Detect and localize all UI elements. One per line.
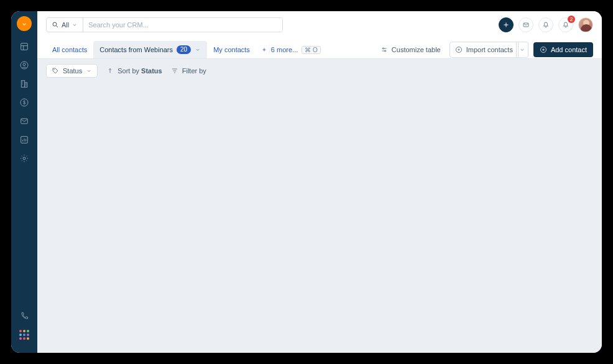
content-area <box>37 83 602 353</box>
user-avatar[interactable] <box>578 17 593 32</box>
layout-icon <box>19 42 29 52</box>
main-area: All 2 <box>37 11 602 353</box>
sort-button[interactable]: Sort by Status <box>106 67 162 75</box>
svg-point-11 <box>382 48 384 49</box>
chevron-down-icon <box>519 47 525 53</box>
status-group-button[interactable]: Status <box>46 64 98 78</box>
bell-icon <box>542 21 550 29</box>
search-icon <box>52 21 59 29</box>
svg-point-12 <box>384 50 385 52</box>
user-circle-icon <box>19 60 29 70</box>
mail-button[interactable] <box>519 17 533 32</box>
plus-icon <box>502 21 510 29</box>
notifications-button[interactable]: 2 <box>558 17 573 32</box>
svg-rect-10 <box>523 23 528 27</box>
svg-rect-0 <box>21 43 28 50</box>
more-tabs-label: 6 more... <box>271 46 298 53</box>
sidebar-item-contacts[interactable] <box>16 57 32 73</box>
tab-count-pill: 20 <box>177 45 191 54</box>
search-input[interactable] <box>83 18 282 32</box>
tab-label: All contacts <box>52 46 87 53</box>
sidebar-item-reports[interactable] <box>16 132 32 148</box>
arrow-down-icon <box>21 20 28 27</box>
svg-point-8 <box>23 157 25 160</box>
dollar-circle-icon <box>19 98 29 107</box>
device-frame: All 2 <box>0 0 613 364</box>
keyboard-hint: ⌘ O <box>302 46 321 54</box>
import-contacts-button[interactable]: Import contacts <box>449 42 519 58</box>
more-tabs-button[interactable]: 6 more... ⌘ O <box>256 42 326 58</box>
views-bar: All contacts Contacts from Webinars 20 M… <box>37 39 602 58</box>
svg-point-15 <box>53 69 54 70</box>
import-contacts-menu[interactable] <box>516 42 528 58</box>
chevron-down-icon <box>86 68 92 74</box>
bell-button[interactable] <box>538 17 553 32</box>
download-circle-icon <box>455 46 463 53</box>
mail-icon <box>522 21 530 29</box>
add-contact-label: Add contact <box>551 46 587 53</box>
tab-all-contacts[interactable]: All contacts <box>46 42 93 58</box>
svg-point-2 <box>23 63 25 66</box>
chevron-down-icon <box>195 47 201 53</box>
sidebar-item-apps[interactable] <box>16 327 32 343</box>
gear-icon <box>19 153 29 163</box>
apps-grid-icon <box>19 330 29 340</box>
sidebar-item-phone[interactable] <box>16 308 32 324</box>
svg-rect-3 <box>21 81 24 88</box>
filter-icon <box>171 67 178 75</box>
tag-icon <box>52 67 59 75</box>
sidebar-item-accounts[interactable] <box>16 76 32 92</box>
search-scope-select[interactable]: All <box>47 18 83 32</box>
import-contacts-label: Import contacts <box>466 46 513 53</box>
sidebar-item-settings[interactable] <box>16 150 32 166</box>
bar-chart-icon <box>19 135 29 145</box>
filter-label: Filter by <box>182 67 206 75</box>
app-screen: All 2 <box>11 11 602 353</box>
sliders-icon <box>380 46 388 53</box>
mail-icon <box>19 116 29 126</box>
sidebar <box>11 11 37 353</box>
sidebar-item-deals[interactable] <box>16 94 32 111</box>
search-bar: All <box>46 17 283 32</box>
plus-circle-icon <box>540 46 547 53</box>
filter-button[interactable]: Filter by <box>171 67 206 75</box>
tabs-list: All contacts Contacts from Webinars 20 M… <box>46 41 326 58</box>
sort-label: Sort by Status <box>118 67 162 75</box>
app-logo[interactable] <box>17 16 32 31</box>
sidebar-item-dashboard[interactable] <box>16 39 32 55</box>
notifications-badge: 2 <box>568 16 575 23</box>
building-icon <box>19 79 29 89</box>
svg-point-9 <box>53 22 57 26</box>
add-contact-button[interactable]: Add contact <box>533 42 593 57</box>
phone-icon <box>19 311 29 321</box>
svg-rect-6 <box>21 119 28 124</box>
customize-table-button[interactable]: Customize table <box>377 43 445 56</box>
tab-label: Contacts from Webinars <box>99 46 173 53</box>
import-contacts-group: Import contacts <box>449 42 528 58</box>
plus-icon <box>261 47 267 53</box>
tab-my-contacts[interactable]: My contacts <box>207 42 256 58</box>
search-scope-label: All <box>62 21 69 29</box>
sidebar-item-conversations[interactable] <box>16 113 32 129</box>
chevron-down-icon <box>71 22 78 28</box>
arrow-up-icon <box>106 67 114 75</box>
list-toolbar: Status Sort by Status Filter by <box>37 58 602 83</box>
bell-alert-icon <box>562 21 569 29</box>
customize-table-label: Customize table <box>392 46 441 53</box>
quick-add-button[interactable] <box>499 17 514 32</box>
topbar: All 2 <box>37 11 602 39</box>
tab-contacts-from-webinars[interactable]: Contacts from Webinars 20 <box>93 41 207 58</box>
status-chip-label: Status <box>63 67 82 75</box>
tab-label: My contacts <box>213 46 250 53</box>
